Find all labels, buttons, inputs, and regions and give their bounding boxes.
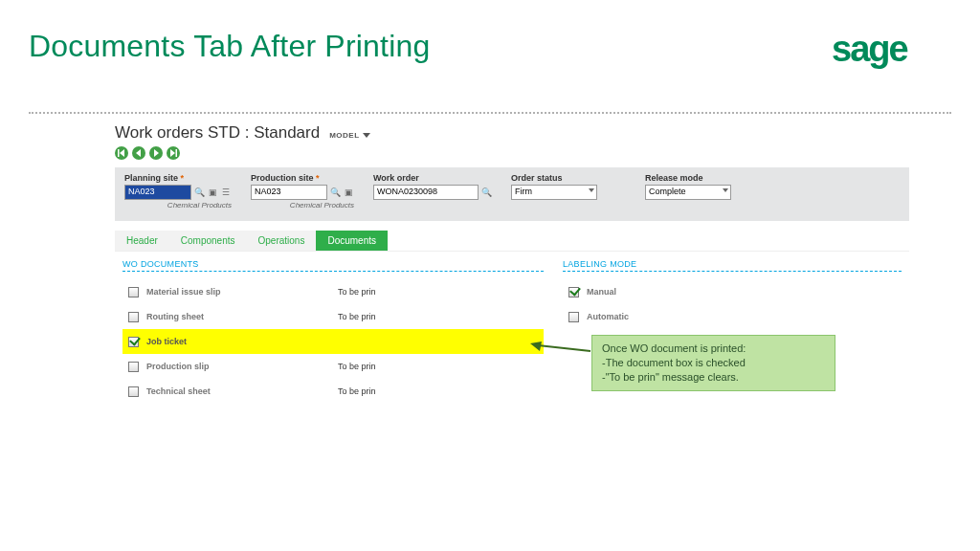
tab-components[interactable]: Components: [169, 231, 247, 251]
release-mode-select[interactable]: Complete: [645, 185, 731, 200]
callout-line: -The document box is checked: [602, 356, 825, 370]
svg-marker-8: [530, 342, 542, 351]
doc-status: To be prin: [338, 287, 376, 297]
doc-checkbox[interactable]: [128, 386, 139, 397]
doc-row: Job ticket: [122, 329, 544, 354]
planning-site-sublabel: Chemical Products: [124, 201, 232, 209]
production-site-input[interactable]: NA023: [251, 185, 327, 200]
svg-line-7: [538, 345, 590, 351]
svg-text:sage: sage: [832, 29, 907, 69]
nav-first-button[interactable]: [115, 146, 128, 160]
list-icon[interactable]: ☰: [220, 187, 232, 198]
page-icon[interactable]: ▣: [207, 187, 218, 198]
labeling-row: Manual: [563, 279, 902, 304]
doc-label: Routing sheet: [146, 312, 338, 321]
doc-row: Routing sheetTo be prin: [122, 304, 544, 329]
page-icon[interactable]: ▣: [343, 187, 354, 198]
doc-label: Technical sheet: [146, 386, 338, 396]
app-panel: Work orders STD : Standard MODEL Plannin…: [115, 123, 909, 404]
svg-marker-4: [154, 149, 159, 157]
order-status-select[interactable]: Firm: [511, 185, 597, 200]
release-mode-label: Release mode: [645, 173, 731, 183]
doc-checkbox[interactable]: [128, 287, 139, 298]
divider: [29, 112, 951, 114]
nav-last-button[interactable]: [167, 146, 180, 160]
doc-checkbox[interactable]: [128, 337, 139, 347]
tab-operations[interactable]: Operations: [247, 231, 317, 251]
svg-rect-1: [118, 149, 120, 157]
labeling-label: Manual: [587, 287, 778, 297]
svg-marker-5: [170, 149, 175, 157]
doc-status: To be prin: [338, 362, 376, 371]
doc-status: To be prin: [338, 312, 376, 321]
svg-marker-2: [120, 149, 124, 157]
callout-line: Once WO document is printed:: [602, 342, 825, 356]
wo-documents-heading: WO DOCUMENTS: [122, 259, 544, 272]
svg-marker-3: [136, 149, 141, 157]
search-icon[interactable]: 🔍: [329, 187, 341, 198]
nav-prev-button[interactable]: [132, 146, 145, 160]
labeling-checkbox[interactable]: [568, 287, 579, 298]
svg-rect-6: [176, 149, 178, 157]
nav-next-button[interactable]: [149, 146, 163, 160]
production-site-sublabel: Chemical Products: [251, 201, 354, 209]
doc-label: Material issue slip: [146, 287, 338, 297]
doc-row: Production slipTo be prin: [122, 354, 544, 379]
doc-status: To be prin: [338, 386, 376, 396]
planning-site-label: Planning site *: [124, 173, 232, 183]
order-status-label: Order status: [511, 173, 597, 183]
planning-site-input[interactable]: NA023: [124, 185, 191, 200]
filter-bar: Planning site * NA023 🔍 ▣ ☰ Chemical Pro…: [115, 167, 909, 221]
sage-logo: sage: [832, 29, 942, 69]
production-site-label: Production site *: [251, 173, 354, 183]
tab-documents[interactable]: Documents: [316, 231, 388, 251]
model-dropdown[interactable]: MODEL: [329, 131, 369, 140]
search-icon[interactable]: 🔍: [193, 187, 205, 198]
doc-row: Technical sheetTo be prin: [122, 379, 544, 404]
slide-title: Documents Tab After Printing: [29, 29, 951, 64]
search-icon[interactable]: 🔍: [480, 187, 492, 198]
work-order-label: Work order: [373, 173, 492, 183]
labeling-label: Automatic: [587, 312, 778, 321]
arrow-icon: [530, 342, 592, 361]
doc-checkbox[interactable]: [128, 362, 139, 372]
doc-row: Material issue slipTo be prin: [122, 279, 544, 304]
labeling-checkbox[interactable]: [568, 312, 579, 322]
doc-checkbox[interactable]: [128, 312, 139, 322]
labeling-mode-heading: LABELING MODE: [563, 259, 902, 272]
doc-label: Production slip: [146, 362, 338, 371]
page-title: Work orders STD : Standard: [115, 123, 320, 143]
labeling-row: Automatic: [563, 304, 902, 329]
callout-line: -"To be prin" message clears.: [602, 370, 825, 385]
doc-label: Job ticket: [146, 337, 338, 346]
tab-bar: Header Components Operations Documents: [115, 231, 909, 251]
callout-box: Once WO document is printed: -The docume…: [591, 335, 835, 391]
tab-header[interactable]: Header: [115, 231, 169, 251]
work-order-input[interactable]: WONA0230098: [373, 185, 479, 200]
